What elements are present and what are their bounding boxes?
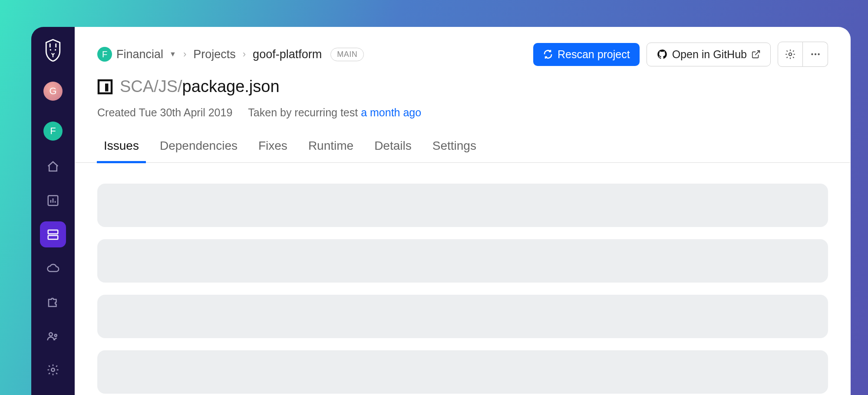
- svg-rect-11: [105, 83, 109, 91]
- github-icon: [657, 49, 668, 60]
- chevron-right-icon: ›: [183, 49, 186, 60]
- created-date: Created Tue 30th April 2019: [97, 106, 232, 119]
- rescan-label: Rescan project: [558, 48, 630, 61]
- sidebar: G F: [31, 27, 75, 395]
- svg-rect-2: [48, 236, 58, 240]
- nav-reports[interactable]: [40, 188, 66, 214]
- app-logo[interactable]: [41, 36, 65, 64]
- breadcrumb-org[interactable]: F Financial ▼: [97, 47, 176, 62]
- open-github-label: Open in GitHub: [672, 48, 747, 61]
- tab-fixes[interactable]: Fixes: [258, 139, 287, 162]
- main-panel: F Financial ▼ › Projects › goof-platform…: [75, 27, 851, 395]
- users-icon: [46, 329, 59, 342]
- taken-by: Taken by recurring test a month ago: [248, 106, 421, 119]
- taken-link[interactable]: a month ago: [361, 106, 421, 118]
- org-avatar-icon: F: [97, 47, 112, 62]
- skeleton-row: [97, 184, 828, 227]
- refresh-icon: [543, 49, 553, 59]
- breadcrumb-projects[interactable]: Projects: [193, 48, 236, 61]
- nav-projects[interactable]: [40, 221, 66, 247]
- page-title: SCA/JS/package.json: [120, 77, 280, 96]
- org-name: Financial: [116, 48, 163, 61]
- tabs: Issues Dependencies Fixes Runtime Detail…: [75, 139, 850, 163]
- meta-row: Created Tue 30th April 2019 Taken by rec…: [97, 106, 828, 119]
- external-link-icon: [751, 49, 761, 59]
- icon-button-group: [778, 42, 828, 67]
- skeleton-row: [97, 295, 828, 338]
- home-icon: [46, 160, 59, 173]
- tab-issues[interactable]: Issues: [104, 139, 139, 162]
- title-row: SCA/JS/package.json: [97, 77, 828, 96]
- nav-items: [40, 154, 66, 383]
- svg-point-9: [818, 53, 819, 55]
- org-avatar-letter: F: [102, 49, 107, 59]
- nav-integrations[interactable]: [40, 289, 66, 315]
- branch-badge: MAIN: [330, 48, 364, 61]
- gear-icon: [785, 49, 796, 60]
- user-avatar[interactable]: G: [43, 82, 63, 101]
- taken-label: Taken by recurring test: [248, 106, 361, 118]
- settings-button[interactable]: [778, 42, 803, 67]
- title-prefix: SCA/JS/: [120, 77, 182, 95]
- header-actions: Rescan project Open in GitHub: [533, 42, 828, 67]
- breadcrumb: F Financial ▼ › Projects › goof-platform…: [97, 47, 364, 62]
- user-avatar-letter: G: [49, 86, 56, 97]
- svg-point-5: [51, 368, 55, 372]
- tab-settings[interactable]: Settings: [432, 139, 476, 162]
- gear-icon: [46, 363, 59, 376]
- npm-icon: [97, 79, 113, 95]
- svg-point-8: [814, 53, 816, 55]
- skeleton-row: [97, 350, 828, 394]
- svg-rect-1: [48, 230, 58, 234]
- more-button[interactable]: [803, 42, 828, 67]
- tab-details[interactable]: Details: [374, 139, 412, 162]
- svg-point-4: [55, 334, 57, 336]
- open-github-button[interactable]: Open in GitHub: [647, 43, 771, 66]
- skeleton-row: [97, 239, 828, 283]
- breadcrumb-project-name[interactable]: goof-platform: [253, 48, 322, 61]
- projects-icon: [46, 228, 59, 241]
- bar-chart-icon: [46, 194, 59, 207]
- content-area: [97, 163, 828, 394]
- dots-icon: [810, 49, 821, 60]
- svg-point-6: [789, 53, 792, 56]
- cloud-icon: [46, 262, 59, 275]
- org-avatar-letter: F: [50, 125, 56, 137]
- header-row: F Financial ▼ › Projects › goof-platform…: [97, 42, 828, 67]
- svg-point-3: [49, 333, 53, 336]
- nav-home[interactable]: [40, 154, 66, 180]
- nav-members[interactable]: [40, 323, 66, 349]
- chevron-right-icon: ›: [243, 49, 246, 60]
- tab-dependencies[interactable]: Dependencies: [160, 139, 238, 162]
- dog-shield-icon: [43, 39, 63, 62]
- chevron-down-icon: ▼: [169, 50, 176, 58]
- nav-cloud[interactable]: [40, 255, 66, 281]
- puzzle-icon: [46, 296, 59, 309]
- app-container: G F: [31, 27, 851, 395]
- title-file: package.json: [182, 77, 280, 95]
- tab-runtime[interactable]: Runtime: [308, 139, 353, 162]
- svg-point-7: [811, 53, 813, 55]
- rescan-button[interactable]: Rescan project: [533, 43, 640, 66]
- org-avatar-sidebar[interactable]: F: [43, 122, 63, 141]
- nav-settings[interactable]: [40, 357, 66, 383]
